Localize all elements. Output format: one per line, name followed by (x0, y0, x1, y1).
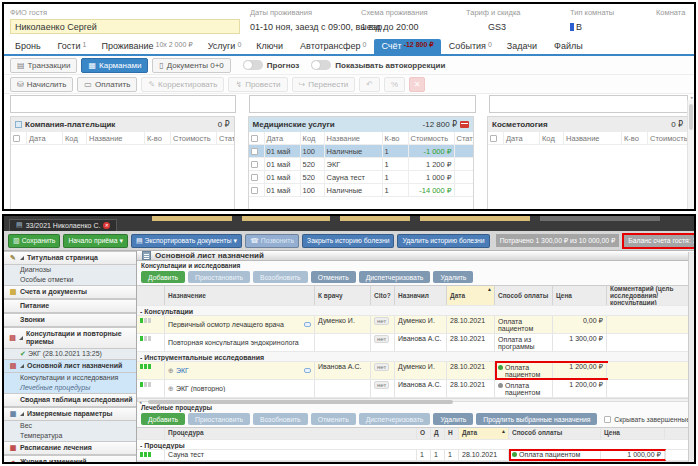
vertical-scrollbar[interactable] (688, 252, 694, 462)
export-documents-button[interactable]: ▤Экспортировать документы▾ (131, 234, 242, 248)
resume-button[interactable]: Возобновить (253, 413, 308, 425)
delete-button[interactable]: Удалить (433, 271, 473, 283)
documents-button[interactable]: ▯Документы 0+0 (152, 58, 230, 73)
procedure-row[interactable]: Сауна тест 1 1 1 28.10.2021 Оплата пацие… (137, 450, 694, 461)
add-button[interactable]: Добавить (141, 413, 185, 425)
row-checkbox[interactable] (251, 174, 258, 181)
service-row[interactable]: 01 май100 Наличные1 -1 000 ₽ (249, 145, 473, 158)
extend-selected-button[interactable]: Продлить выбранные назначения (476, 413, 597, 425)
sidebar-item-weight[interactable]: Вес (4, 421, 136, 431)
tab-guests[interactable]: Гости1 (51, 39, 94, 54)
service-row[interactable]: 01 май520 ЭКГ1 1 200 ₽ (249, 158, 473, 171)
dispatch-button[interactable]: Диспетчеризовать (359, 413, 431, 425)
tab-keys[interactable]: Ключи (249, 39, 292, 54)
red-card-icon[interactable] (460, 121, 469, 128)
group-row-procedures[interactable]: - Процедуры (137, 440, 694, 450)
delete-history-button[interactable]: Удалить историю болезни (397, 234, 489, 248)
sidebar-item-treatment-schedule[interactable]: ▦Расписание лечения (4, 441, 136, 455)
expand-icon[interactable]: ⊕ (168, 367, 174, 375)
resume-button[interactable]: Возобновить (253, 271, 308, 283)
hide-completed-checkbox[interactable]: Скрывать завершенные (604, 416, 690, 423)
sidebar-item-special-marks[interactable]: Особые отметки (4, 275, 136, 285)
start-appointment-button[interactable]: Начало приёма▾ (63, 234, 128, 248)
sidebar-item-title-page[interactable]: ✎Титульная страница (4, 251, 136, 265)
delete-button[interactable]: ✕ (409, 77, 425, 92)
sidebar-item-consult-research[interactable]: Консультации и исследования (4, 373, 136, 383)
close-tab-icon[interactable]: ✕ (103, 222, 110, 229)
comment-bubble-icon[interactable] (304, 322, 311, 327)
prescription-row[interactable]: ⊕ЭКГ (повторно) нет Иванова А.С. 28.10.2… (137, 380, 694, 398)
row-checkbox[interactable] (251, 187, 258, 194)
sort-asc-icon[interactable]: ▲ (487, 286, 492, 292)
sidebar-item-measured-params[interactable]: ▦Измеряемые параметры (4, 407, 136, 421)
row-checkbox[interactable] (251, 161, 258, 168)
booking-tab-bar: Бронь Гости1 Проживание10х 2 000 ₽ Услуг… (4, 38, 694, 56)
sidebar-item-calls[interactable]: Звонки (4, 313, 136, 327)
patient-history-tab[interactable]: ▤ 33/2021 Николаенко С. ✕ (9, 219, 117, 231)
vertical-scrollbar[interactable] (687, 100, 694, 209)
transfer-button[interactable]: ↪Перенести (292, 77, 356, 92)
sidebar-item-main-prescription-sheet[interactable]: ▤Основной лист назначений (4, 359, 136, 373)
tab-services[interactable]: Услуги0 (201, 39, 249, 54)
expand-icon[interactable]: ⊕ (168, 385, 174, 393)
pockets-button[interactable]: ▦Карманами (81, 58, 148, 73)
row-checkbox[interactable] (251, 148, 258, 155)
sidebar-item-ecg-record[interactable]: ✔ЭКГ (28.10.2021 13:25) (4, 349, 136, 359)
status-bars-icon (140, 318, 151, 323)
transactions-button[interactable]: ▤Транзакции (10, 58, 77, 73)
service-row[interactable]: 01 май520 Сауна тест1 1 000 ₽ (249, 171, 473, 184)
sidebar-item-temperature[interactable]: Температура (4, 431, 136, 441)
post-button[interactable]: ↯Провести (228, 77, 287, 92)
close-history-button[interactable]: Закрыть историю болезни (302, 234, 394, 248)
forecast-toggle[interactable]: Прогноз (243, 60, 299, 70)
prescription-row[interactable]: Повторная консультация эндокринолога нет… (137, 334, 694, 352)
select-all-checkbox[interactable] (251, 135, 258, 142)
horizontal-scrollbar[interactable]: ◂▸ (137, 398, 694, 402)
horizontal-scrollbar[interactable]: ◂▸ (137, 461, 694, 464)
autocorrections-toggle[interactable]: Показывать автокоррекции (311, 60, 445, 70)
sidebar-item-summary-table[interactable]: Сводная таблица исследований (4, 393, 136, 407)
sidebar-item-accounts-documents[interactable]: ▤Счета и документы (4, 285, 136, 299)
pause-button[interactable]: Приостановить (188, 413, 250, 425)
call-button[interactable]: ☎Позвонить (245, 234, 299, 248)
charge-button[interactable]: ⛁Начислить (10, 77, 73, 92)
service-row[interactable]: 01 май100 Наличные1 -14 000 ₽ (249, 184, 473, 197)
sidebar-item-procedures[interactable]: Лечебные процедуры (4, 383, 136, 393)
sidebar-item-nutrition[interactable]: Питание (4, 299, 136, 313)
add-button[interactable]: Добавить (141, 271, 185, 283)
pause-button[interactable]: Приостановить (188, 271, 250, 283)
unpaid-status-icon (498, 383, 503, 388)
tab-accommodation[interactable]: Проживание10х 2 000 ₽ (94, 39, 199, 54)
tab-tasks[interactable]: Задачи (500, 39, 546, 54)
sidebar-item-diagnoses[interactable]: Диагнозы (4, 265, 136, 275)
panel-title: Компания-плательщик (25, 120, 115, 129)
tab-events[interactable]: События0 (442, 39, 499, 54)
tab-files[interactable]: Файлы (547, 39, 592, 54)
select-all-checkbox[interactable] (490, 135, 497, 142)
sidebar-item-consultations[interactable]: ▤Консультации и повторные приемы (4, 327, 136, 349)
panel-checkbox-icon[interactable] (15, 121, 22, 128)
cancel-button[interactable]: Отменить (311, 413, 356, 425)
guest-name-input[interactable]: Николаенко Сергей (10, 19, 240, 34)
dispatch-button[interactable]: Диспетчеризовать (359, 271, 431, 283)
correct-button[interactable]: ✎Корректировать (141, 77, 224, 92)
save-button[interactable]: ▥Сохранить (8, 234, 60, 248)
pay-button[interactable]: ▭Оплатить (77, 77, 137, 92)
group-row-instrumental[interactable]: - Инструментальные исследования (137, 352, 694, 362)
cancel-button[interactable]: Отменить (311, 271, 356, 283)
select-all-checkbox[interactable] (13, 135, 20, 142)
prescription-row[interactable]: ⊕ЭКГ Иванова А.С. нет Думенко И. 28.10.2… (137, 362, 694, 380)
document-icon: ▯ (159, 61, 163, 70)
sidebar-item-change-log[interactable]: ●Журнал изменений (4, 455, 136, 464)
discount-button[interactable]: % (384, 77, 405, 92)
prescription-row[interactable]: Первичный осмотр лечащего врача Думенко … (137, 316, 694, 334)
comment-bubble-icon[interactable] (304, 368, 311, 373)
group-row-consultations[interactable]: - Консультации (137, 306, 694, 316)
tab-account[interactable]: Счёт-12 800 ₽ (374, 39, 440, 54)
tab-booking[interactable]: Бронь (8, 39, 50, 54)
sort-asc-icon[interactable]: ▲ (501, 428, 506, 434)
undo-button[interactable]: ↶ (359, 77, 380, 92)
tab-transfer[interactable]: Автотрансфер0 (293, 39, 373, 54)
delete-button[interactable]: Удалить (433, 413, 473, 425)
ecg-link[interactable]: ЭКГ (176, 367, 302, 374)
